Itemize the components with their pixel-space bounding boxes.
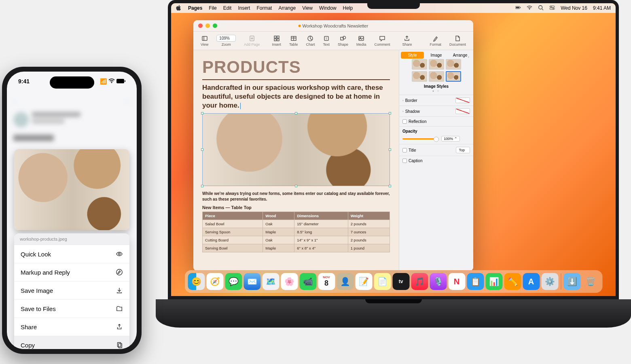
toolbar-chart[interactable]: Chart [303,34,318,47]
svg-line-5 [542,8,544,10]
dock-appstore[interactable]: A [523,273,540,290]
dock-downloads[interactable]: ⬇️ [563,273,580,290]
opacity-slider[interactable] [402,138,439,140]
close-button[interactable] [198,23,203,28]
dock-reminders[interactable]: 📝 [355,273,372,290]
dock-messages[interactable]: 💬 [225,273,242,290]
menu-markup-reply[interactable]: Markup and Reply [14,263,129,281]
dock-settings[interactable]: ⚙️ [541,273,558,290]
toolbar-format[interactable]: Format [426,34,445,47]
rule [202,79,390,80]
styles-prev[interactable]: ‹ [403,55,404,59]
image-style-thumb[interactable] [412,71,427,82]
dock-contacts[interactable]: 👤 [337,273,354,290]
dock-finder[interactable]: 😊 [188,273,205,290]
inspector-title[interactable]: TitleTop [399,144,473,156]
dock-calendar[interactable]: NOV8 [318,273,335,290]
dock-app1[interactable]: 📋 [467,273,484,290]
image-style-thumb[interactable] [446,71,461,82]
menu-save-to-files[interactable]: Save to Files [14,299,129,317]
toolbar-share[interactable]: Share [399,34,415,47]
toolbar-insert[interactable]: Insert [269,34,284,47]
dock-maps[interactable]: 🗺️ [262,273,279,290]
menubar-time[interactable]: 9:41 AM [593,5,611,11]
apple-menu-icon[interactable] [176,5,182,12]
wifi-icon[interactable] [527,5,532,12]
menu-copy[interactable]: Copy [14,336,129,349]
document-canvas[interactable]: PRODUCTS Handcrafted in our spacious wor… [193,50,399,271]
battery-icon[interactable] [515,5,521,12]
opacity-label: Opacity [402,129,470,133]
dock-tv[interactable]: tv [392,273,409,290]
dock-mail[interactable]: ✉️ [244,273,260,290]
wifi-icon [108,78,115,85]
context-menu: workshop-products.jpeg Quick Look Markup… [14,233,129,349]
menu-quick-look[interactable]: Quick Look [14,245,129,263]
toolbar-text[interactable]: TText [320,34,333,47]
toolbar-media[interactable]: Media [353,34,370,47]
dock-trash[interactable]: 🗑️ [582,273,599,290]
zoom-button[interactable] [213,23,217,28]
dock-notes[interactable]: 📄 [374,273,391,290]
menu-window[interactable]: Window [319,5,337,11]
page-dots: ● ○ [402,89,471,92]
title-position[interactable]: Top [456,147,470,153]
toolbar-table[interactable]: Table [286,34,301,47]
dock-podcasts[interactable]: 🎙️ [430,273,447,290]
svg-rect-10 [202,36,207,40]
image-style-thumb[interactable] [429,59,444,70]
app-name[interactable]: Pages [188,5,202,11]
menu-format[interactable]: Format [256,5,272,11]
image-style-thumb[interactable] [429,71,444,82]
inspector-caption[interactable]: Caption [399,156,473,165]
menubar-date[interactable]: Wed Nov 16 [561,5,587,11]
menu-save-image[interactable]: Save Image [14,281,129,299]
styles-next[interactable]: › [468,55,469,59]
caption-checkbox[interactable] [402,159,407,163]
dock-photos[interactable]: 🌸 [281,273,298,290]
dock-pages[interactable]: ✏️ [504,273,521,290]
svg-rect-1 [516,6,519,8]
menu-edit[interactable]: Edit [223,5,232,11]
table-row: Cutting BoardOak14" x 9" x 1"2 pounds [203,236,390,244]
svg-point-3 [529,9,530,10]
toolbar-shape[interactable]: Shape [335,34,351,47]
search-icon[interactable] [538,5,544,12]
image-style-thumb[interactable] [446,59,461,70]
reflection-checkbox[interactable] [402,119,407,124]
menu-view[interactable]: View [302,5,313,11]
filename: workshop-products.jpeg [14,233,129,245]
title-checkbox[interactable] [402,148,407,152]
control-center-icon[interactable] [549,5,555,12]
inspector-reflection[interactable]: Reflection [399,116,473,126]
minimize-button[interactable] [205,23,210,28]
svg-point-29 [111,83,112,83]
dock-facetime[interactable]: 📹 [299,273,316,290]
menu-file[interactable]: File [209,5,216,11]
dynamic-island [50,76,94,89]
svg-rect-17 [274,39,276,41]
dock: 😊 🧭 💬 ✉️ 🗺️ 🌸 📹 NOV8 👤 📝 📄 tv 🎵 🎙️ N 📋 📊… [184,270,602,293]
dock-numbers[interactable]: 📊 [485,273,502,290]
table-header: Wood [263,212,294,220]
svg-rect-8 [550,8,555,9]
inspector-shadow[interactable]: ›Shadow [399,106,473,116]
inspector-border[interactable]: ›Border [399,95,473,106]
menu-help[interactable]: Help [343,5,353,11]
menu-insert[interactable]: Insert [238,5,250,11]
toolbar-view[interactable]: View [197,34,212,47]
selected-image[interactable] [202,113,390,186]
preview-image[interactable] [14,149,129,230]
toolbar-zoom[interactable]: 109%Zoom [213,34,239,47]
shadow-swatch[interactable] [455,108,470,114]
menu-arrange[interactable]: Arrange [278,5,296,11]
dock-news[interactable]: N [448,273,465,290]
toolbar-comment[interactable]: Comment [371,34,394,47]
toolbar-document[interactable]: Document [446,34,469,47]
opacity-value[interactable]: 100% ⌃ [441,136,460,142]
image-style-thumb[interactable] [412,59,427,70]
dock-music[interactable]: 🎵 [411,273,428,290]
dock-safari[interactable]: 🧭 [206,273,223,290]
menu-share[interactable]: Share [14,317,129,336]
border-swatch[interactable] [455,97,470,103]
